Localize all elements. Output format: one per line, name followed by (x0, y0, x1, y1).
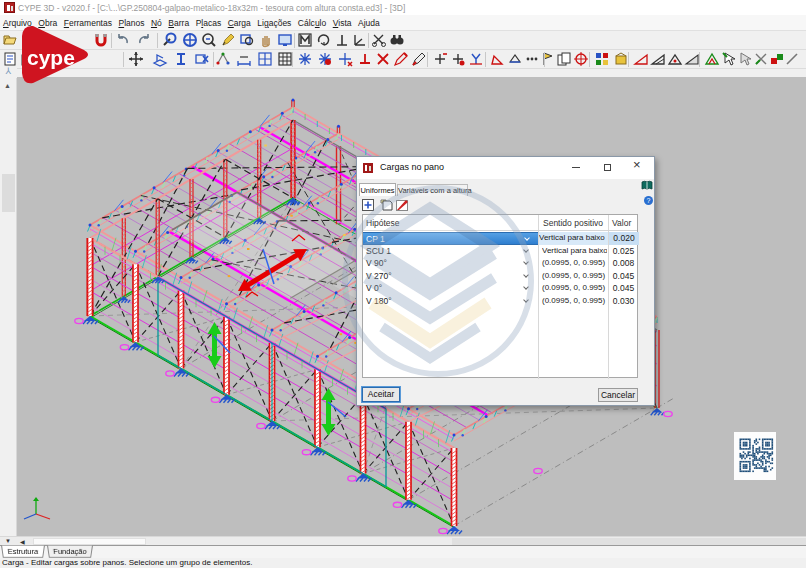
svg-text:cype: cype (27, 46, 75, 69)
